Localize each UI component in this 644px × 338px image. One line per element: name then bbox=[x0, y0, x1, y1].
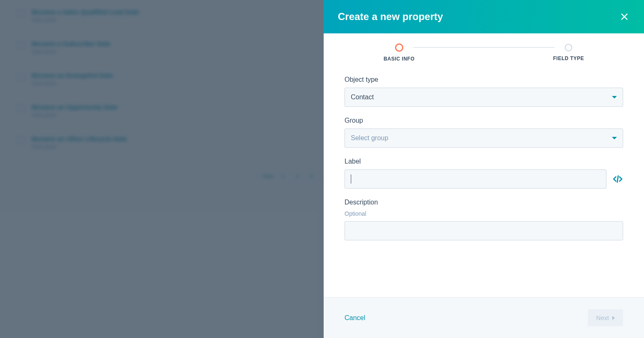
step-field-type[interactable]: FIELD TYPE bbox=[553, 44, 584, 61]
panel-body: BASIC INFO FIELD TYPE Object type Contac… bbox=[324, 33, 644, 297]
panel-title: Create a new property bbox=[338, 11, 443, 23]
code-icon bbox=[612, 174, 623, 184]
chevron-right-icon bbox=[612, 316, 615, 320]
panel-footer: Cancel Next bbox=[324, 297, 644, 338]
chevron-down-icon bbox=[612, 96, 617, 98]
field-object-type: Object type Contact bbox=[345, 76, 623, 107]
object-type-select[interactable]: Contact bbox=[345, 88, 623, 107]
group-select[interactable]: Select group bbox=[345, 129, 623, 148]
label-label: Label bbox=[345, 158, 623, 165]
internal-name-button[interactable] bbox=[612, 174, 623, 184]
field-group: Group Select group bbox=[345, 117, 623, 148]
group-placeholder: Select group bbox=[351, 134, 388, 142]
step-circle-icon bbox=[565, 44, 572, 51]
object-type-label: Object type bbox=[345, 76, 623, 83]
step-basic-info[interactable]: BASIC INFO bbox=[384, 43, 415, 62]
field-description: Description Optional bbox=[345, 199, 623, 240]
label-input[interactable] bbox=[345, 169, 606, 189]
next-label: Next bbox=[596, 314, 609, 321]
description-label: Description bbox=[345, 199, 623, 206]
step-label: FIELD TYPE bbox=[553, 55, 584, 61]
svg-line-2 bbox=[617, 176, 618, 182]
object-type-value: Contact bbox=[351, 93, 374, 101]
stepper-line bbox=[413, 47, 555, 48]
close-button[interactable] bbox=[619, 11, 630, 22]
cancel-button[interactable]: Cancel bbox=[345, 314, 365, 322]
chevron-down-icon bbox=[612, 137, 617, 139]
group-label: Group bbox=[345, 117, 623, 124]
step-circle-icon bbox=[395, 43, 403, 52]
next-button[interactable]: Next bbox=[588, 309, 623, 326]
step-label: BASIC INFO bbox=[384, 56, 415, 62]
description-hint: Optional bbox=[345, 210, 623, 217]
text-cursor bbox=[351, 174, 351, 184]
stepper: BASIC INFO FIELD TYPE bbox=[345, 43, 623, 62]
description-input[interactable] bbox=[345, 221, 623, 240]
create-property-panel: Create a new property BASIC INFO FIELD T… bbox=[324, 0, 644, 338]
panel-header: Create a new property bbox=[324, 0, 644, 33]
field-label: Label bbox=[345, 158, 623, 189]
close-icon bbox=[620, 12, 629, 21]
